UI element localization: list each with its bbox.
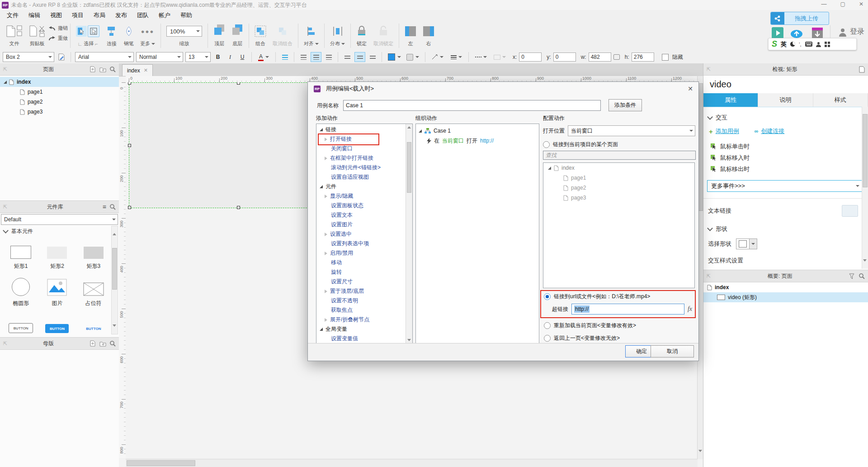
action-get-focus[interactable]: 获取焦点 <box>316 305 412 315</box>
send-back-tool[interactable]: 底层 <box>231 24 243 47</box>
lock-tool[interactable]: 锁定 <box>356 24 367 47</box>
menu-team[interactable]: 团队 <box>132 11 154 19</box>
maximize-icon[interactable]: ▢ <box>840 1 845 7</box>
widget-rect3[interactable]: 矩形3 <box>75 238 112 270</box>
widget-image[interactable]: 图片 <box>39 276 75 307</box>
distribute-tool[interactable]: 分布 <box>330 24 345 47</box>
action-show-hide[interactable]: 显示/隐藏 <box>316 191 412 201</box>
valign-middle-button[interactable] <box>354 52 365 62</box>
widget-section-header[interactable]: 基本元件 <box>0 226 119 237</box>
add-folder-icon[interactable] <box>99 341 106 347</box>
clipboard-tool[interactable]: 剪贴板 <box>29 24 45 47</box>
undo-button[interactable]: 撤销 <box>48 25 68 32</box>
valign-bottom-button[interactable] <box>368 52 377 62</box>
file-tool[interactable]: 文件 <box>6 24 23 47</box>
page-tree-item[interactable]: page3 <box>0 107 119 117</box>
action-set-opacity[interactable]: 设置不透明 <box>316 296 412 305</box>
option-link-url[interactable]: 链接到url或文件<例如：D:\苍老师.mp4> <box>544 293 650 300</box>
panel-menu-icon[interactable]: ≡ <box>103 203 106 210</box>
font-size-select[interactable]: 13 <box>185 52 211 62</box>
shadow-button[interactable] <box>405 52 421 62</box>
tab-close-icon[interactable]: ✕ <box>144 67 148 73</box>
menu-file[interactable]: 文件 <box>2 11 24 19</box>
event-onclick[interactable]: 鼠标单击时 <box>703 141 868 152</box>
search-icon[interactable] <box>110 341 116 347</box>
tab-notes[interactable]: 说明 <box>758 93 813 107</box>
organize-step-open-url[interactable]: 在 当前窗口 打开 http:// <box>416 136 539 146</box>
select-mode-tool[interactable]: ∟选择⌐ <box>76 24 99 47</box>
action-move[interactable]: 移动 <box>316 258 412 267</box>
action-bring-front-back[interactable]: 置于顶层/底层 <box>316 286 412 296</box>
add-page-icon[interactable] <box>90 66 96 72</box>
pen-tool[interactable]: 钢笔 <box>124 24 134 47</box>
action-set-selected[interactable]: 设置选中 <box>316 229 412 239</box>
open-location-select[interactable]: 当前窗口 <box>568 125 695 136</box>
redo-button[interactable]: 重做 <box>48 35 68 42</box>
action-enable-disable[interactable]: 启用/禁用 <box>316 248 412 258</box>
event-mouseenter[interactable]: 鼠标移入时 <box>703 152 868 163</box>
user-icon[interactable] <box>816 42 821 47</box>
action-group-widget[interactable]: 元件 <box>316 182 412 191</box>
font-color-button[interactable]: A <box>256 52 271 62</box>
connect-tool[interactable]: 连接 <box>106 24 118 47</box>
align-center-button[interactable] <box>311 52 321 62</box>
width-input[interactable]: 482 <box>589 52 611 62</box>
right-panel-toggle[interactable]: 右 <box>423 24 434 47</box>
dialog-page-index[interactable]: index <box>543 163 694 173</box>
text-link-button-disabled[interactable] <box>842 205 858 217</box>
left-panel-toggle[interactable]: 左 <box>405 24 416 47</box>
search-icon[interactable] <box>110 204 116 210</box>
valign-top-button[interactable] <box>342 52 352 62</box>
pin-icon[interactable]: ⇱ <box>3 67 7 72</box>
bullet-list-button[interactable] <box>280 52 290 62</box>
select-intersect-icon[interactable] <box>76 26 87 37</box>
widget-scrollbar[interactable] <box>111 226 118 334</box>
library-select[interactable]: Default <box>1 214 118 225</box>
canvas-hscrollbar[interactable] <box>126 459 698 467</box>
dialog-close-icon[interactable]: ✕ <box>686 85 694 92</box>
dialog-page-item[interactable]: page1 <box>543 173 694 183</box>
moon-icon[interactable] <box>790 42 795 47</box>
fx-button[interactable]: fx <box>688 305 692 313</box>
action-rotate[interactable]: 旋转 <box>316 267 412 277</box>
aspect-link-icon[interactable] <box>613 54 620 60</box>
tab-index[interactable]: index ✕ <box>122 64 153 76</box>
align-left-button[interactable] <box>298 52 308 62</box>
pin-icon[interactable]: ⇱ <box>3 204 7 210</box>
search-icon[interactable] <box>859 273 865 279</box>
page-tree-item-index[interactable]: index <box>0 77 119 87</box>
menu-view[interactable]: 视图 <box>45 11 67 19</box>
option-link-page[interactable]: 链接到当前项目的某个页面 <box>543 141 618 148</box>
tab-properties[interactable]: 属性 <box>703 93 758 107</box>
font-family-select[interactable]: Arial <box>75 52 134 62</box>
close-icon[interactable]: ✕ <box>859 1 863 7</box>
action-open-in-frame[interactable]: 在框架中打开链接 <box>316 153 412 163</box>
punctuation-icon[interactable]: ’, <box>799 42 802 47</box>
outline-item-video[interactable]: video (矩形) <box>703 292 868 302</box>
action-set-adaptive-view[interactable]: 设置自适应视图 <box>316 172 412 182</box>
keyboard-icon[interactable] <box>805 42 812 47</box>
menu-publish[interactable]: 发布 <box>110 11 132 19</box>
action-group-link[interactable]: 链接 <box>316 125 412 134</box>
shape-select[interactable] <box>736 238 757 249</box>
page-search-input[interactable]: 查找 <box>543 151 696 160</box>
arrow-style-button[interactable] <box>491 52 508 62</box>
widget-ellipse[interactable]: 椭圆形 <box>3 276 39 307</box>
menu-edit[interactable]: 编辑 <box>24 11 45 19</box>
italic-button[interactable]: I <box>225 52 235 62</box>
pin-icon[interactable]: ⇱ <box>3 341 7 347</box>
fill-color-button[interactable] <box>386 52 402 62</box>
action-set-text[interactable]: 设置文本 <box>316 210 412 220</box>
shape-section-header[interactable]: 形状 <box>703 225 868 233</box>
underline-button[interactable]: U <box>237 52 247 62</box>
create-connection-link[interactable]: 创建连接 <box>761 127 784 135</box>
select-contain-icon[interactable] <box>88 25 99 37</box>
action-close-window[interactable]: 关闭窗口 <box>316 144 412 153</box>
tab-style[interactable]: 样式 <box>813 93 868 107</box>
line-width-button[interactable] <box>448 52 464 62</box>
grid-menu-icon[interactable] <box>825 42 830 47</box>
ime-lang-toggle[interactable]: 英 <box>781 40 787 48</box>
action-group-global-vars[interactable]: 全局变量 <box>316 324 412 334</box>
align-right-button[interactable] <box>324 52 334 62</box>
add-case-link[interactable]: 添加用例 <box>716 127 739 135</box>
